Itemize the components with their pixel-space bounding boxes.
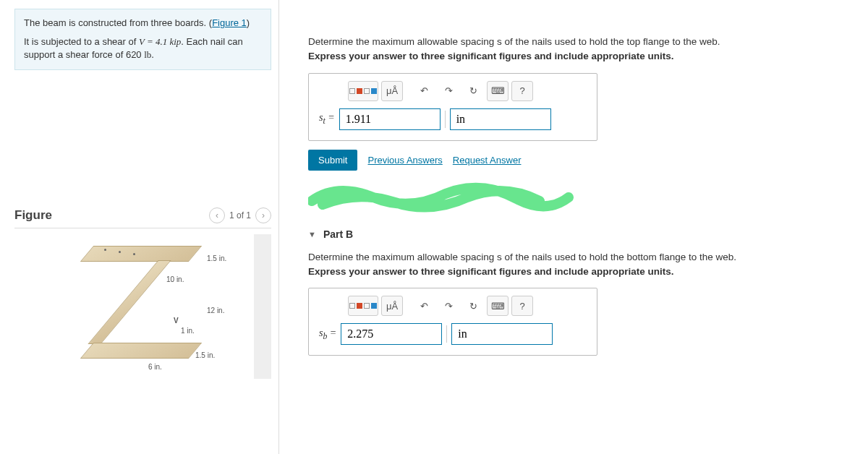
previous-answers-link[interactable]: Previous Answers — [367, 155, 442, 166]
part-b-value-input[interactable] — [341, 323, 442, 345]
templates-button[interactable] — [348, 81, 378, 101]
part-a-prompt: Determine the maximum allowable spacing … — [308, 35, 854, 49]
part-b-question: Determine the maximum allowable spacing … — [308, 250, 854, 280]
redo-icon[interactable]: ↷ — [438, 81, 459, 101]
part-a-input-panel: μÅ ↶ ↷ ↻ ⌨ ? st = — [308, 73, 597, 141]
part-a-instruction: Express your answer to three significant… — [308, 49, 854, 64]
prompt-text-2a: It is subjected to a shear of — [24, 36, 139, 47]
dim-web-h: 12 in. — [207, 307, 224, 314]
keyboard-icon-b[interactable]: ⌨ — [487, 296, 509, 316]
dim-bot-flange-w: 6 in. — [148, 363, 162, 371]
units-button-b[interactable]: μÅ — [381, 296, 403, 316]
nail-force-unit: lb — [144, 49, 151, 60]
pager-count: 1 of 1 — [229, 210, 251, 220]
part-b-input-panel: μÅ ↶ ↷ ↻ ⌨ ? sb = — [308, 288, 597, 356]
prompt-text-2c: . — [151, 49, 154, 60]
part-a-question: Determine the maximum allowable spacing … — [308, 35, 854, 64]
pager-next[interactable]: › — [255, 207, 271, 223]
keyboard-icon[interactable]: ⌨ — [487, 81, 509, 101]
help-button[interactable]: ? — [511, 81, 533, 101]
feedback-scribble — [308, 179, 576, 215]
figure-link[interactable]: Figure 1 — [212, 17, 247, 28]
shear-value: V = 4.1 kip — [139, 36, 181, 47]
reset-icon-b[interactable]: ↻ — [462, 296, 484, 316]
units-button[interactable]: μÅ — [381, 81, 403, 101]
submit-button[interactable]: Submit — [308, 150, 357, 171]
part-b-instruction: Express your answer to three significant… — [308, 265, 854, 279]
figure-scrollbar[interactable] — [255, 278, 262, 328]
dim-top-flange-t: 1.5 in. — [207, 254, 226, 262]
prompt-text-1: The beam is constructed from three board… — [24, 17, 212, 28]
help-button-b[interactable]: ? — [511, 296, 533, 316]
undo-icon[interactable]: ↶ — [413, 81, 435, 101]
part-b-prompt: Determine the maximum allowable spacing … — [308, 250, 854, 265]
reset-icon[interactable]: ↻ — [462, 81, 484, 101]
redo-icon-b[interactable]: ↷ — [438, 296, 459, 316]
part-a-var-label: st = — [319, 112, 335, 126]
templates-button-b[interactable] — [348, 296, 378, 316]
undo-icon-b[interactable]: ↶ — [413, 296, 435, 316]
pager-prev[interactable]: ‹ — [209, 207, 225, 223]
part-b-unit-input[interactable] — [451, 323, 553, 345]
part-a-unit-input[interactable] — [450, 108, 551, 130]
figure-heading: Figure — [14, 208, 52, 223]
figure-pager: ‹ 1 of 1 › — [209, 207, 271, 223]
dim-top-flange-w: 10 in. — [166, 275, 184, 283]
request-answer-link[interactable]: Request Answer — [453, 155, 522, 166]
dim-web-t: 1 in. — [181, 327, 195, 335]
collapse-icon: ▼ — [308, 230, 316, 239]
figure-viewport: 1.5 in. 10 in. 12 in. V 1 in. 1.5 in. 6 … — [14, 234, 271, 379]
part-b-title: Part B — [323, 228, 353, 240]
beam-diagram: 1.5 in. 10 in. 12 in. V 1 in. 1.5 in. 6 … — [72, 241, 217, 372]
problem-prompt: The beam is constructed from three board… — [14, 9, 271, 70]
dim-bot-flange-t: 1.5 in. — [195, 351, 215, 359]
dim-shear-v: V — [174, 317, 179, 325]
part-b-header[interactable]: ▼ Part B — [308, 228, 854, 240]
prompt-text-1b: ) — [247, 17, 250, 28]
part-b-var-label: sb = — [319, 327, 336, 341]
part-a-value-input[interactable] — [339, 108, 441, 130]
